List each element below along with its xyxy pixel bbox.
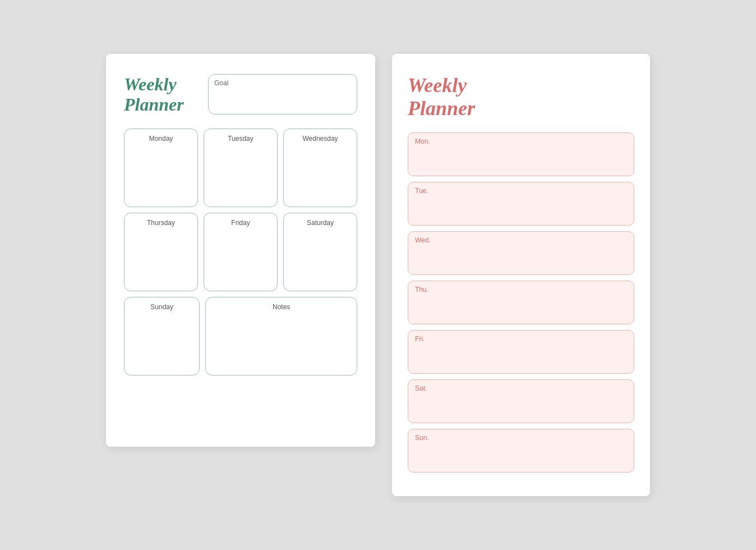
right-mon-label: Mon. (415, 138, 627, 145)
goal-box[interactable]: Goal (208, 74, 357, 114)
right-sun-label: Sun. (415, 434, 627, 442)
day-box-monday[interactable]: Monday (124, 129, 198, 207)
left-title-line2: Planner (124, 94, 184, 114)
right-day-row-tue[interactable]: Tue. (408, 182, 634, 226)
friday-label: Friday (210, 219, 271, 227)
saturday-label: Saturday (289, 219, 351, 227)
day-box-saturday[interactable]: Saturday (283, 213, 357, 291)
right-tue-label: Tue. (415, 187, 627, 195)
days-grid-mid: Thursday Friday Saturday (124, 213, 357, 291)
day-box-tuesday[interactable]: Tuesday (204, 129, 278, 207)
thursday-label: Thursday (130, 219, 192, 227)
day-box-thursday[interactable]: Thursday (124, 213, 198, 291)
right-day-row-sat[interactable]: Sat. (408, 379, 634, 423)
days-grid-top: Monday Tuesday Wednesday (124, 129, 357, 207)
right-sat-label: Sat. (415, 384, 627, 392)
right-thu-label: Thu. (415, 286, 627, 294)
right-title-line2: Planner (408, 97, 475, 120)
monday-label: Monday (130, 135, 192, 143)
right-fri-label: Fri. (415, 335, 627, 343)
notes-box[interactable]: Notes (205, 297, 357, 375)
sunday-label: Sunday (130, 303, 193, 311)
page-wrapper: Weekly Planner Goal Monday Tuesday Wedne… (106, 54, 650, 497)
day-box-friday[interactable]: Friday (204, 213, 278, 291)
right-day-row-mon[interactable]: Mon. (408, 132, 634, 176)
right-day-row-thu[interactable]: Thu. (408, 281, 634, 324)
right-title-line1: Weekly (408, 74, 467, 97)
day-box-sunday[interactable]: Sunday (124, 297, 200, 375)
goal-label: Goal (214, 79, 351, 87)
right-day-row-wed[interactable]: Wed. (408, 231, 634, 275)
left-title-line1: Weekly (124, 74, 177, 94)
right-planner-title: Weekly Planner (408, 74, 634, 121)
wednesday-label: Wednesday (289, 135, 351, 143)
tuesday-label: Tuesday (210, 135, 271, 143)
left-planner-title: Weekly Planner (124, 74, 197, 116)
right-planner: Weekly Planner Mon. Tue. Wed. Thu. Fri. … (392, 54, 650, 497)
day-box-wednesday[interactable]: Wednesday (283, 129, 357, 207)
left-header-row: Weekly Planner Goal (124, 74, 357, 116)
bottom-row: Sunday Notes (124, 297, 357, 375)
right-wed-label: Wed. (415, 236, 627, 244)
right-day-row-fri[interactable]: Fri. (408, 330, 634, 374)
right-day-row-sun[interactable]: Sun. (408, 429, 634, 473)
left-planner: Weekly Planner Goal Monday Tuesday Wedne… (106, 54, 375, 447)
notes-label: Notes (211, 303, 351, 311)
